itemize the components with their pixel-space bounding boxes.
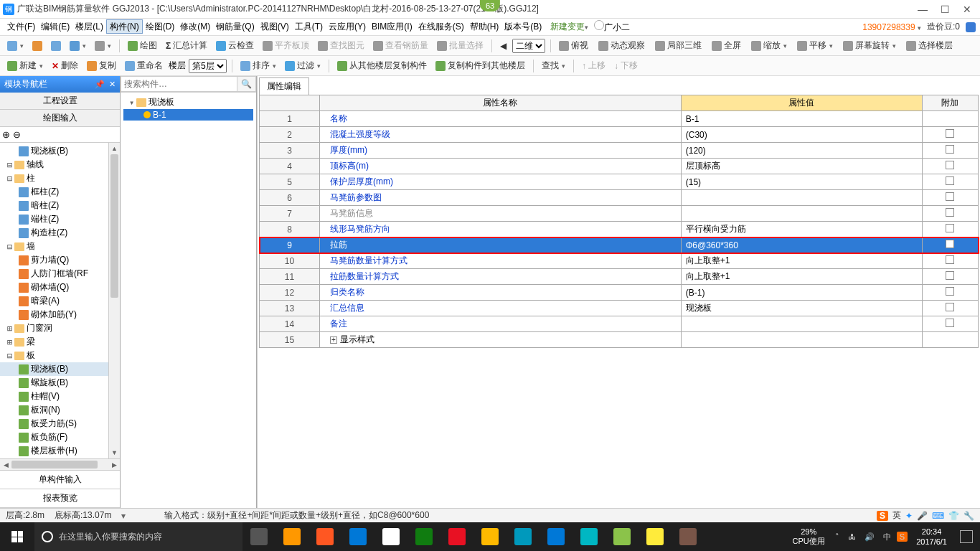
redo-button[interactable]	[92, 39, 114, 52]
tree-item[interactable]: 板负筋(F)	[0, 430, 108, 444]
tree-item[interactable]: ⊟墙	[0, 240, 108, 253]
property-row[interactable]: 7马凳筋信息	[260, 206, 979, 222]
taskbar-app[interactable]	[242, 522, 275, 551]
user-id[interactable]: 13907298339 ▾	[862, 22, 921, 32]
tray-expand-icon[interactable]: ˄	[832, 532, 842, 542]
tray-notifications-icon[interactable]	[960, 530, 973, 543]
property-value[interactable]	[681, 316, 922, 332]
nav-scrollbar[interactable]: ▲▼	[108, 143, 120, 458]
menu-item[interactable]: 在线服务(S)	[415, 20, 467, 33]
property-row[interactable]: 4顶标高(m)层顶标高	[260, 159, 979, 174]
tree-item[interactable]: 板洞(N)	[0, 403, 108, 417]
notification-bubble[interactable]: 63	[480, 0, 500, 11]
tree-item[interactable]: 框柱(Z)	[0, 185, 108, 199]
minimize-button[interactable]: —	[918, 4, 928, 15]
delete-button[interactable]: ✕ 删除	[49, 58, 81, 73]
menu-item[interactable]: 修改(M)	[177, 20, 213, 33]
property-row[interactable]: 1名称B-1	[260, 111, 979, 127]
taskbar-app[interactable]	[639, 522, 672, 551]
user-small[interactable]: 广小二	[594, 20, 630, 34]
view-tool-button[interactable]: 屏幕旋转	[840, 38, 899, 53]
taskbar-app[interactable]	[341, 522, 374, 551]
tree-item[interactable]: 砌体墙(Q)	[0, 281, 108, 294]
maximize-button[interactable]: ☐	[941, 4, 950, 15]
component-item[interactable]: B-1	[123, 109, 253, 121]
menu-item[interactable]: 帮助(H)	[467, 20, 502, 33]
start-button[interactable]	[0, 522, 34, 551]
property-row[interactable]: 9拉筋Φ6@360*360	[260, 237, 979, 253]
tray-clock[interactable]: 20:34 2017/6/1	[910, 527, 953, 547]
property-value[interactable]: 层顶标高	[681, 159, 922, 174]
property-tab[interactable]: 属性编辑	[259, 77, 309, 95]
nav-section-settings[interactable]: 工程设置	[0, 93, 120, 110]
taskbar-app[interactable]	[507, 522, 540, 551]
property-value[interactable]: 向上取整+1	[681, 269, 922, 285]
tree-item[interactable]: ⊞门窗洞	[0, 321, 108, 335]
tree-item[interactable]: 暗柱(Z)	[0, 199, 108, 212]
component-item[interactable]: ▾现浇板	[123, 95, 253, 109]
expand-all-icon[interactable]: ⊕	[2, 129, 10, 140]
menu-item[interactable]: 构件(N)	[106, 19, 143, 34]
taskbar-app[interactable]	[540, 522, 573, 551]
view-tool-button[interactable]: 局部三维	[652, 38, 705, 53]
view-tool-button[interactable]: 平移	[794, 38, 836, 53]
menu-item[interactable]: 楼层(L)	[72, 20, 106, 33]
tree-item[interactable]: ⊞梁	[0, 335, 108, 349]
property-value[interactable]: (120)	[681, 143, 922, 159]
property-row[interactable]: 5保护层厚度(mm)(15)	[260, 174, 979, 190]
tree-item[interactable]: ⊟轴线	[0, 158, 108, 171]
menu-item[interactable]: 版本号(B)	[501, 20, 545, 33]
pin-icon[interactable]: 📌	[95, 80, 105, 89]
ime-brand-icon[interactable]: S	[877, 511, 888, 521]
nav-section-draw[interactable]: 绘图输入	[0, 110, 120, 127]
view-rebar-button[interactable]: 查看钢筋量	[370, 38, 431, 53]
ime-settings-icon[interactable]: 🔧	[963, 511, 974, 521]
floor-select[interactable]: 第5层	[189, 59, 227, 73]
menu-item[interactable]: 云应用(Y)	[326, 20, 369, 33]
align-top-button[interactable]: 平齐板顶	[260, 38, 312, 53]
attach-checkbox[interactable]	[946, 208, 954, 217]
property-value[interactable]: 向上取整+1	[681, 253, 922, 269]
property-row[interactable]: 6马凳筋参数图	[260, 190, 979, 206]
nav-report-preview[interactable]: 报表预览	[0, 489, 120, 508]
tree-item[interactable]: 螺旋板(B)	[0, 376, 108, 390]
tree-item[interactable]: 楼层板带(H)	[0, 444, 108, 458]
move-up-button[interactable]: ↑ 上移	[579, 58, 608, 73]
close-panel-icon[interactable]: ✕	[109, 80, 116, 89]
close-button[interactable]: ✕	[963, 4, 971, 15]
view-tool-button[interactable]: 缩放	[748, 38, 790, 53]
cloud-check-button[interactable]: 云检查	[213, 38, 257, 53]
tree-item[interactable]: 柱帽(V)	[0, 390, 108, 403]
tree-item[interactable]: 现浇板(B)	[0, 144, 108, 158]
property-value[interactable]: 平行横向受力筋	[681, 222, 922, 237]
move-down-button[interactable]: ↓ 下移	[611, 58, 641, 73]
find-element-button[interactable]: 查找图元	[315, 38, 367, 53]
property-row[interactable]: 10马凳筋数量计算方式向上取整+1	[260, 253, 979, 269]
property-value[interactable]: Φ6@360*360	[681, 237, 922, 253]
attach-checkbox[interactable]	[946, 161, 954, 169]
view-tool-button[interactable]: 全屏	[709, 38, 744, 53]
attach-checkbox[interactable]	[946, 176, 954, 185]
search-button[interactable]: 🔍	[237, 76, 256, 92]
property-row[interactable]: 3厚度(mm)(120)	[260, 143, 979, 159]
view-tool-button[interactable]: 选择楼层	[903, 38, 956, 53]
ime-lang[interactable]: 英	[892, 509, 901, 522]
menu-item[interactable]: BIM应用(I)	[369, 20, 415, 33]
tree-item[interactable]: 人防门框墙(RF	[0, 267, 108, 281]
status-dropdown-icon[interactable]: ▾	[121, 511, 126, 521]
attach-checkbox[interactable]	[946, 129, 954, 138]
batch-select-button[interactable]: 批量选择	[434, 38, 486, 53]
copy-to-floor-button[interactable]: 复制构件到其他楼层	[433, 58, 528, 73]
attach-checkbox[interactable]	[946, 192, 954, 201]
taskbar-app[interactable]	[672, 522, 705, 551]
tree-item[interactable]: 构造柱(Z)	[0, 226, 108, 240]
tray-lang[interactable]: 中	[880, 532, 894, 542]
attach-checkbox[interactable]	[946, 303, 954, 311]
sum-button[interactable]: Σ 汇总计算	[163, 38, 210, 53]
nav-tree[interactable]: 现浇板(B)⊟轴线⊟柱框柱(Z)暗柱(Z)端柱(Z)构造柱(Z)⊟墙剪力墙(Q)…	[0, 143, 108, 458]
attach-checkbox[interactable]	[946, 224, 954, 232]
tree-item[interactable]: 砌体加筋(Y)	[0, 308, 108, 321]
tray-cpu[interactable]: 29% CPU使用	[788, 527, 829, 546]
taskbar-app[interactable]	[407, 522, 440, 551]
property-row[interactable]: 14备注	[260, 316, 979, 332]
